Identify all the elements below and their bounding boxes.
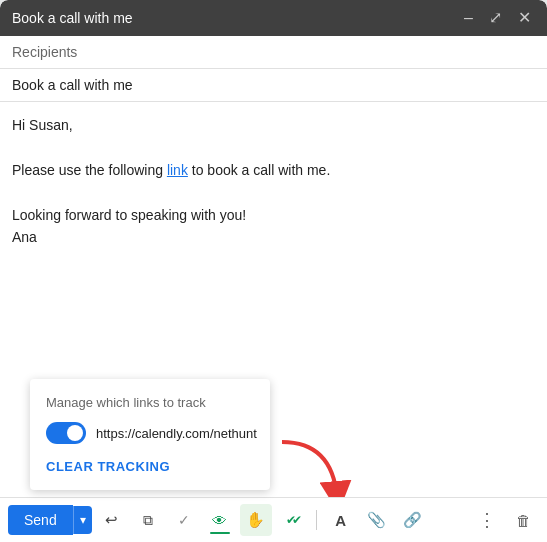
attach-icon-button[interactable]: 📎 (361, 504, 393, 536)
check-icon: ✓ (178, 512, 190, 528)
toolbar-separator-1 (316, 510, 317, 530)
recipients-field[interactable]: Recipients (0, 36, 547, 69)
send-button[interactable]: Send (8, 505, 73, 535)
email-signature: Ana (12, 226, 535, 248)
copy-icon: ⧉ (143, 512, 153, 529)
send-button-group: Send ▾ (8, 505, 92, 535)
tracking-url: https://calendly.com/nethunt (96, 426, 257, 441)
active-underline (210, 532, 230, 534)
eye-icon-button[interactable]: 👁 (204, 504, 236, 536)
delete-icon-button[interactable]: 🗑 (507, 504, 539, 536)
compose-header: Book a call with me – ⤢ ✕ (0, 0, 547, 36)
compose-title: Book a call with me (12, 10, 133, 26)
compose-window: Book a call with me – ⤢ ✕ Recipients Boo… (0, 0, 547, 542)
undo-icon-button[interactable]: ↩ (96, 504, 128, 536)
hand-icon-button[interactable]: ✋ (240, 504, 272, 536)
recipients-placeholder: Recipients (12, 44, 77, 60)
font-icon-button[interactable]: A (325, 504, 357, 536)
font-icon: A (335, 512, 346, 529)
tracking-toggle[interactable] (46, 422, 86, 444)
hand-icon: ✋ (246, 511, 265, 529)
email-closing: Looking forward to speaking with you! (12, 204, 535, 226)
copy-icon-button[interactable]: ⧉ (132, 504, 164, 536)
check-icon-button[interactable]: ✓ (168, 504, 200, 536)
subject-field[interactable]: Book a call with me (0, 69, 547, 102)
calendly-link[interactable]: link (167, 162, 188, 178)
compose-toolbar: Send ▾ ↩ ⧉ ✓ 👁 ✋ ✔✔ A 📎 🔗 (0, 497, 547, 542)
clear-tracking-button[interactable]: CLEAR TRACKING (46, 459, 170, 474)
minimize-button[interactable]: – (460, 8, 477, 28)
tracking-row: https://calendly.com/nethunt (46, 422, 254, 444)
subject-text: Book a call with me (12, 77, 133, 93)
attach-icon: 📎 (367, 511, 386, 529)
compose-header-actions: – ⤢ ✕ (460, 8, 535, 28)
double-check-icon: ✔✔ (286, 513, 298, 527)
link-icon-button[interactable]: 🔗 (397, 504, 429, 536)
more-icon-button[interactable]: ⋮ (471, 504, 503, 536)
double-check-icon-button[interactable]: ✔✔ (276, 504, 308, 536)
close-button[interactable]: ✕ (514, 8, 535, 28)
send-dropdown-button[interactable]: ▾ (73, 506, 92, 534)
undo-icon: ↩ (105, 511, 118, 529)
email-greeting: Hi Susan, (12, 114, 535, 136)
delete-icon: 🗑 (516, 512, 531, 529)
more-icon: ⋮ (478, 509, 496, 531)
tracking-popup: Manage which links to track https://cale… (30, 379, 270, 490)
eye-icon: 👁 (212, 512, 227, 529)
expand-button[interactable]: ⤢ (485, 8, 506, 28)
tracking-popup-title: Manage which links to track (46, 395, 254, 410)
email-body: Please use the following link to book a … (12, 159, 535, 181)
link-icon: 🔗 (403, 511, 422, 529)
